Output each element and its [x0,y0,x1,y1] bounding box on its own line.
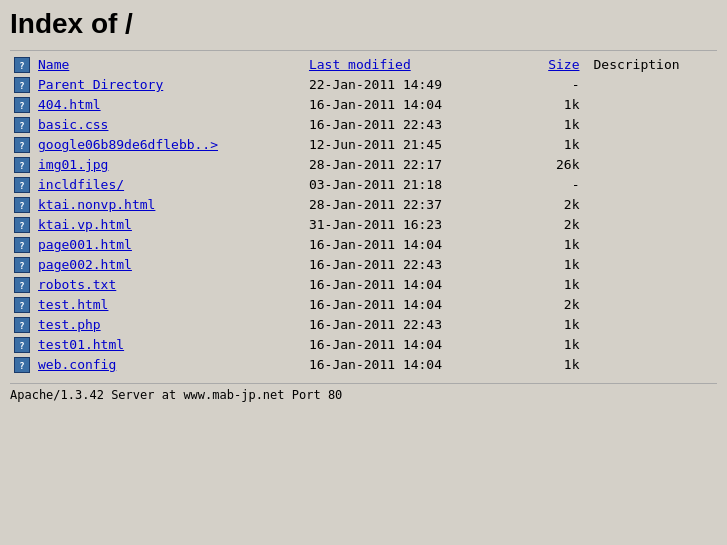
file-link[interactable]: 404.html [38,97,101,112]
file-icon-cell: ? [10,195,34,215]
file-desc-cell [589,255,717,275]
file-link[interactable]: ktai.nonvp.html [38,197,155,212]
file-modified-cell: 16-Jan-2011 14:04 [305,295,522,315]
file-modified-cell: 16-Jan-2011 22:43 [305,115,522,135]
file-link[interactable]: page001.html [38,237,132,252]
file-modified-cell: 16-Jan-2011 22:43 [305,255,522,275]
file-size-cell: 1k [522,115,590,135]
file-icon: ? [14,277,30,293]
file-desc-cell [589,355,717,375]
file-icon-cell: ? [10,335,34,355]
file-icon: ? [14,237,30,253]
file-icon-cell: ? [10,315,34,335]
file-icon-cell: ? [10,155,34,175]
table-row: ? basic.css 16-Jan-2011 22:43 1k [10,115,717,135]
file-size-cell: 2k [522,195,590,215]
file-size-cell: 2k [522,215,590,235]
file-icon-cell: ? [10,295,34,315]
file-link[interactable]: img01.jpg [38,157,108,172]
file-name-cell: ktai.vp.html [34,215,305,235]
file-name-cell: basic.css [34,115,305,135]
file-size-cell: 1k [522,315,590,335]
sort-by-name-link[interactable]: Name [38,57,69,72]
file-icon-cell: ? [10,135,34,155]
file-icon: ? [14,317,30,333]
file-modified-cell: 31-Jan-2011 16:23 [305,215,522,235]
file-icon-cell: ? [10,275,34,295]
file-link[interactable]: test.php [38,317,101,332]
file-icon-cell: ? [10,95,34,115]
file-size-cell: 2k [522,295,590,315]
file-size-cell: 1k [522,335,590,355]
sort-by-size-link[interactable]: Size [548,57,579,72]
file-icon: ? [14,217,30,233]
file-icon-cell: ? [10,75,34,95]
file-name-cell: incldfiles/ [34,175,305,195]
file-link[interactable]: Parent Directory [38,77,163,92]
file-name-cell: img01.jpg [34,155,305,175]
file-modified-cell: 03-Jan-2011 21:18 [305,175,522,195]
file-modified-cell: 16-Jan-2011 22:43 [305,315,522,335]
file-desc-cell [589,295,717,315]
file-icon: ? [14,337,30,353]
file-icon: ? [14,137,30,153]
file-size-cell: - [522,175,590,195]
file-link[interactable]: basic.css [38,117,108,132]
table-row: ? test.html 16-Jan-2011 14:04 2k [10,295,717,315]
file-link[interactable]: test.html [38,297,108,312]
col-header-size[interactable]: Size [522,55,590,75]
file-size-cell: 26k [522,155,590,175]
file-icon: ? [14,177,30,193]
file-desc-cell [589,135,717,155]
file-modified-cell: 16-Jan-2011 14:04 [305,355,522,375]
file-name-cell: web.config [34,355,305,375]
file-icon: ? [14,297,30,313]
table-row: ? ktai.nonvp.html 28-Jan-2011 22:37 2k [10,195,717,215]
file-modified-cell: 16-Jan-2011 14:04 [305,275,522,295]
file-desc-cell [589,215,717,235]
file-icon: ? [14,97,30,113]
file-desc-cell [589,75,717,95]
file-name-cell: page002.html [34,255,305,275]
file-name-cell: page001.html [34,235,305,255]
file-icon-cell: ? [10,355,34,375]
file-link[interactable]: page002.html [38,257,132,272]
table-row: ? page001.html 16-Jan-2011 14:04 1k [10,235,717,255]
header-icon: ? [14,57,30,73]
table-row: ? page002.html 16-Jan-2011 22:43 1k [10,255,717,275]
file-link[interactable]: incldfiles/ [38,177,124,192]
file-link[interactable]: ktai.vp.html [38,217,132,232]
sort-by-modified-link[interactable]: Last modified [309,57,411,72]
file-icon-cell: ? [10,255,34,275]
file-desc-cell [589,335,717,355]
file-link[interactable]: robots.txt [38,277,116,292]
file-icon: ? [14,197,30,213]
table-row: ? 404.html 16-Jan-2011 14:04 1k [10,95,717,115]
file-icon-cell: ? [10,115,34,135]
file-desc-cell [589,195,717,215]
file-desc-cell [589,235,717,255]
col-header-description: Description [589,55,717,75]
file-name-cell: test.php [34,315,305,335]
col-header-name[interactable]: Name [34,55,305,75]
file-modified-cell: 16-Jan-2011 14:04 [305,235,522,255]
file-modified-cell: 16-Jan-2011 14:04 [305,335,522,355]
table-row: ? Parent Directory 22-Jan-2011 14:49 - [10,75,717,95]
file-size-cell: 1k [522,275,590,295]
file-link[interactable]: test01.html [38,337,124,352]
file-desc-cell [589,115,717,135]
file-icon-cell: ? [10,235,34,255]
file-link[interactable]: google06b89de6dflebb..> [38,137,218,152]
file-modified-cell: 22-Jan-2011 14:49 [305,75,522,95]
file-modified-cell: 12-Jun-2011 21:45 [305,135,522,155]
file-icon: ? [14,157,30,173]
file-icon: ? [14,117,30,133]
file-desc-cell [589,275,717,295]
file-icon-cell: ? [10,175,34,195]
col-header-modified[interactable]: Last modified [305,55,522,75]
file-icon: ? [14,257,30,273]
file-icon-cell: ? [10,215,34,235]
table-row: ? incldfiles/ 03-Jan-2011 21:18 - [10,175,717,195]
file-link[interactable]: web.config [38,357,116,372]
file-size-cell: 1k [522,235,590,255]
